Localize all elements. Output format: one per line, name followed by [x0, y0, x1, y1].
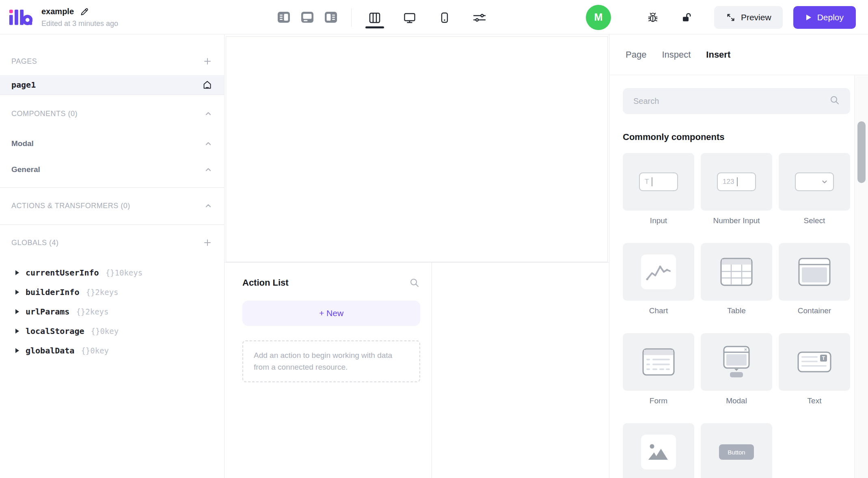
modal-icon	[721, 346, 752, 378]
select-icon	[795, 172, 834, 191]
actions-section: ACTIONS & TRANSFORMERS (0)	[0, 188, 224, 225]
action-panel: Action List + New Add an action to begin…	[225, 262, 609, 478]
globals-header: GLOBALS (4)	[11, 239, 59, 247]
components-section: COMPONENTS (0) Modal General	[0, 95, 224, 188]
pages-section: PAGES page1	[0, 34, 224, 95]
image-icon	[641, 435, 676, 469]
expand-triangle-icon[interactable]	[15, 290, 19, 295]
deploy-label: Deploy	[817, 13, 844, 22]
component-card-text[interactable]: T Text	[779, 333, 850, 406]
actions-header: ACTIONS & TRANSFORMERS (0)	[11, 202, 130, 210]
canvas-mode-group	[365, 6, 489, 28]
unlock-icon[interactable]	[681, 11, 693, 24]
global-item-currentUserInfo[interactable]: currentUserInfo {}10keys	[0, 263, 224, 282]
component-card-modal[interactable]: Modal	[701, 333, 772, 406]
scrollbar-thumb[interactable]	[857, 121, 866, 183]
component-card-button[interactable]: Button	[701, 423, 772, 478]
toggle-right-panel-button[interactable]	[324, 11, 337, 23]
component-card-chart[interactable]: Chart	[623, 243, 694, 316]
text-icon: T	[797, 350, 831, 374]
app-title: example	[41, 7, 74, 16]
layout-columns-button[interactable]	[365, 6, 384, 28]
button-icon: Button	[719, 444, 754, 460]
component-grid: T Input 123 Number Input	[623, 153, 850, 478]
toggle-left-panel-button[interactable]	[277, 11, 290, 23]
component-card-image[interactable]	[623, 423, 694, 478]
adjust-settings-button[interactable]	[470, 6, 489, 28]
left-sidebar: PAGES page1 COMPONENTS (0)	[0, 34, 225, 478]
globals-section: GLOBALS (4) currentUserInfo {}10keys bui…	[0, 225, 224, 360]
add-global-button[interactable]	[202, 237, 213, 248]
form-icon	[642, 348, 675, 376]
table-icon	[720, 258, 753, 286]
canvas-artboard[interactable]	[226, 36, 608, 262]
globals-tree: currentUserInfo {}10keys builderInfo {}2…	[0, 263, 224, 360]
component-search-input[interactable]	[633, 97, 829, 106]
debug-bug-icon[interactable]	[647, 11, 659, 24]
action-list-title: Action List	[242, 278, 289, 288]
components-header: COMPONENTS (0)	[11, 110, 78, 118]
page-list-item[interactable]: page1	[0, 75, 224, 95]
input-icon: T	[639, 172, 678, 191]
preview-label: Preview	[741, 13, 771, 22]
component-card-select[interactable]: Select	[779, 153, 850, 226]
edit-title-pencil-icon[interactable]	[80, 7, 89, 17]
play-icon	[805, 14, 812, 21]
tab-page[interactable]: Page	[626, 50, 646, 60]
mobile-mode-button[interactable]	[435, 6, 454, 28]
tab-inspect[interactable]: Inspect	[662, 50, 691, 60]
pages-header: PAGES	[11, 57, 37, 66]
component-card-number-input[interactable]: 123 Number Input	[701, 153, 772, 226]
general-collapse-chevron-icon[interactable]	[204, 165, 213, 174]
right-panel-tabs: Page Inspect Insert	[609, 34, 868, 75]
home-page-icon	[202, 80, 213, 90]
component-search-box	[623, 88, 850, 114]
add-page-button[interactable]	[202, 56, 213, 67]
expand-triangle-icon[interactable]	[15, 329, 19, 334]
components-collapse-chevron-icon[interactable]	[204, 109, 213, 118]
component-group-general[interactable]: General	[0, 161, 224, 178]
container-icon	[798, 258, 831, 286]
svg-text:T: T	[822, 355, 825, 361]
edited-status: Edited at 3 minutes ago	[41, 19, 118, 28]
deploy-button[interactable]: Deploy	[793, 6, 856, 29]
component-card-table[interactable]: Table	[701, 243, 772, 316]
commonly-components-title: Commonly components	[623, 132, 850, 142]
new-action-button[interactable]: + New	[242, 301, 420, 326]
global-item-urlParams[interactable]: urlParams {}2keys	[0, 302, 224, 321]
global-item-globalData[interactable]: globalData {}0key	[0, 341, 224, 360]
component-card-form[interactable]: Form	[623, 333, 694, 406]
desktop-mode-button[interactable]	[400, 6, 419, 28]
action-list-panel: Action List + New Add an action to begin…	[225, 263, 432, 478]
page-name: page1	[11, 80, 36, 90]
component-card-input[interactable]: T Input	[623, 153, 694, 226]
component-group-modal[interactable]: Modal	[0, 136, 224, 152]
topbar: example Edited at 3 minutes ago	[0, 0, 868, 34]
expand-triangle-icon[interactable]	[15, 270, 19, 275]
global-item-localStorage[interactable]: localStorage {}0key	[0, 321, 224, 341]
modal-collapse-chevron-icon[interactable]	[204, 139, 213, 148]
action-editor-empty	[432, 263, 609, 478]
search-icon	[829, 95, 840, 108]
user-avatar[interactable]: M	[586, 5, 611, 30]
illa-logo	[9, 8, 32, 27]
expand-triangle-icon[interactable]	[15, 309, 19, 314]
actions-collapse-chevron-icon[interactable]	[204, 201, 213, 210]
right-panel: Page Inspect Insert Commonly components	[609, 34, 868, 478]
expand-triangle-icon[interactable]	[15, 348, 19, 353]
tab-insert[interactable]: Insert	[706, 50, 730, 60]
illa-builder-window: example Edited at 3 minutes ago	[0, 0, 868, 478]
panel-toggle-group	[277, 11, 337, 23]
global-item-builderInfo[interactable]: builderInfo {}2keys	[0, 282, 224, 302]
number-input-icon: 123	[717, 172, 756, 191]
toggle-bottom-panel-button[interactable]	[301, 11, 314, 23]
toolbar-divider	[351, 8, 352, 27]
component-card-container[interactable]: Container	[779, 243, 850, 316]
action-empty-hint: Add an action to begin working with data…	[242, 340, 420, 382]
expand-arrows-icon	[725, 12, 736, 23]
right-panel-scrollbar	[854, 75, 868, 478]
chart-icon	[641, 254, 676, 289]
active-mode-underline	[365, 26, 384, 28]
action-search-icon[interactable]	[409, 277, 420, 289]
preview-button[interactable]: Preview	[714, 6, 783, 29]
